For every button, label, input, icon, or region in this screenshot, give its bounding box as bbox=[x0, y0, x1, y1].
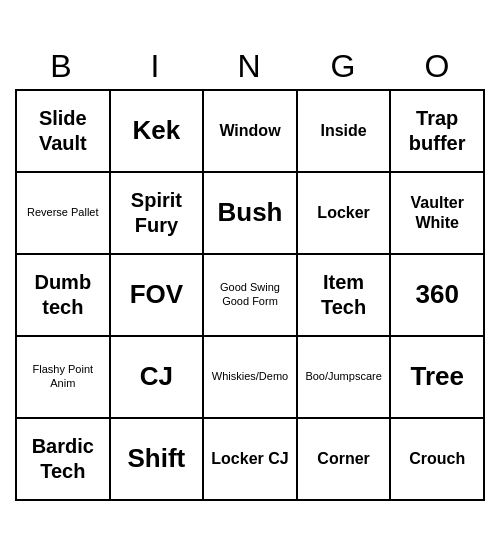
header-letter: G bbox=[297, 44, 391, 89]
bingo-header: BINGO bbox=[15, 44, 485, 89]
bingo-cell: Crouch bbox=[391, 419, 485, 501]
bingo-cell: Whiskies/Demo bbox=[204, 337, 298, 419]
bingo-cell: Spirit Fury bbox=[111, 173, 205, 255]
bingo-cell: Good Swing Good Form bbox=[204, 255, 298, 337]
header-letter: I bbox=[109, 44, 203, 89]
bingo-cell: Locker bbox=[298, 173, 392, 255]
bingo-cell: Reverse Pallet bbox=[17, 173, 111, 255]
header-letter: O bbox=[391, 44, 485, 89]
bingo-cell: Slide Vault bbox=[17, 91, 111, 173]
bingo-card: BINGO Slide VaultKekWindowInsideTrap buf… bbox=[15, 44, 485, 501]
bingo-grid: Slide VaultKekWindowInsideTrap bufferRev… bbox=[15, 89, 485, 501]
bingo-cell: Flashy Point Anim bbox=[17, 337, 111, 419]
bingo-cell: 360 bbox=[391, 255, 485, 337]
bingo-cell: Item Tech bbox=[298, 255, 392, 337]
bingo-cell: Dumb tech bbox=[17, 255, 111, 337]
bingo-cell: Boo/Jumpscare bbox=[298, 337, 392, 419]
bingo-cell: Trap buffer bbox=[391, 91, 485, 173]
bingo-cell: Shift bbox=[111, 419, 205, 501]
bingo-cell: Locker CJ bbox=[204, 419, 298, 501]
bingo-cell: Corner bbox=[298, 419, 392, 501]
header-letter: B bbox=[15, 44, 109, 89]
bingo-cell: Vaulter White bbox=[391, 173, 485, 255]
bingo-cell: CJ bbox=[111, 337, 205, 419]
bingo-cell: Tree bbox=[391, 337, 485, 419]
header-letter: N bbox=[203, 44, 297, 89]
bingo-cell: FOV bbox=[111, 255, 205, 337]
bingo-cell: Window bbox=[204, 91, 298, 173]
bingo-cell: Kek bbox=[111, 91, 205, 173]
bingo-cell: Inside bbox=[298, 91, 392, 173]
bingo-cell: Bush bbox=[204, 173, 298, 255]
bingo-cell: Bardic Tech bbox=[17, 419, 111, 501]
